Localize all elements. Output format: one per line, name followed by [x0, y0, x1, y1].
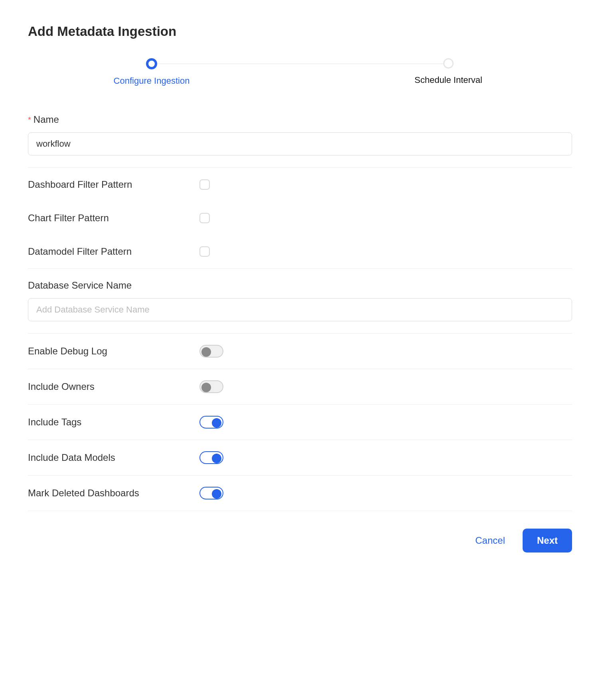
dashboard-filter-pattern-checkbox[interactable]	[199, 179, 210, 190]
chart-filter-pattern-row: Chart Filter Pattern	[28, 201, 572, 235]
chart-filter-pattern-checkbox[interactable]	[199, 213, 210, 223]
toggle-knob-icon	[201, 383, 211, 392]
divider	[28, 511, 572, 511]
enable-debug-log-row: Enable Debug Log	[28, 334, 572, 369]
datamodel-filter-pattern-label: Datamodel Filter Pattern	[28, 246, 199, 257]
mark-deleted-dashboards-label: Mark Deleted Dashboards	[28, 488, 199, 499]
datamodel-filter-pattern-row: Datamodel Filter Pattern	[28, 235, 572, 268]
required-asterisk-icon: *	[28, 115, 31, 124]
chart-filter-pattern-label: Chart Filter Pattern	[28, 212, 199, 224]
cancel-button[interactable]: Cancel	[471, 530, 509, 551]
enable-debug-log-toggle[interactable]	[199, 345, 223, 358]
include-data-models-row: Include Data Models	[28, 440, 572, 475]
dashboard-filter-pattern-row: Dashboard Filter Pattern	[28, 168, 572, 201]
mark-deleted-dashboards-row: Mark Deleted Dashboards	[28, 476, 572, 511]
mark-deleted-dashboards-toggle[interactable]	[199, 487, 223, 499]
form: * Name Dashboard Filter Pattern Chart Fi…	[28, 114, 572, 553]
step-schedule-interval[interactable]: Schedule Interval	[405, 58, 492, 85]
footer: Cancel Next	[28, 529, 572, 553]
toggle-knob-icon	[201, 347, 211, 357]
toggle-knob-icon	[212, 454, 221, 463]
include-tags-toggle[interactable]	[199, 416, 223, 429]
toggle-knob-icon	[212, 489, 221, 499]
db-service-label-text: Database Service Name	[28, 280, 132, 291]
include-data-models-toggle[interactable]	[199, 451, 223, 464]
toggle-knob-icon	[212, 418, 221, 428]
include-tags-label: Include Tags	[28, 417, 199, 428]
name-field-group: * Name	[28, 114, 572, 167]
name-label: * Name	[28, 114, 572, 125]
next-button[interactable]: Next	[523, 529, 572, 553]
stepper-line	[154, 63, 446, 64]
enable-debug-log-label: Enable Debug Log	[28, 346, 199, 357]
step-label: Schedule Interval	[414, 75, 482, 85]
step-circle-icon	[443, 58, 454, 69]
include-tags-row: Include Tags	[28, 405, 572, 440]
page-title: Add Metadata Ingestion	[28, 24, 572, 39]
step-configure-ingestion[interactable]: Configure Ingestion	[108, 58, 195, 86]
name-input[interactable]	[28, 132, 572, 155]
include-owners-label: Include Owners	[28, 381, 199, 392]
include-owners-row: Include Owners	[28, 369, 572, 404]
db-service-label: Database Service Name	[28, 280, 572, 291]
db-service-input[interactable]	[28, 298, 572, 321]
include-owners-toggle[interactable]	[199, 380, 223, 393]
step-circle-icon	[146, 58, 157, 69]
include-data-models-label: Include Data Models	[28, 452, 199, 463]
dashboard-filter-pattern-label: Dashboard Filter Pattern	[28, 179, 199, 190]
datamodel-filter-pattern-checkbox[interactable]	[199, 246, 210, 257]
db-service-field-group: Database Service Name	[28, 269, 572, 333]
name-label-text: Name	[34, 114, 59, 125]
stepper: Configure Ingestion Schedule Interval	[108, 58, 492, 86]
step-label: Configure Ingestion	[114, 76, 190, 86]
